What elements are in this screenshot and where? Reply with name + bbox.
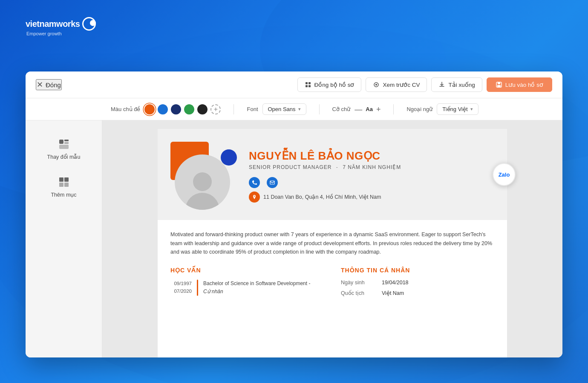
fontsize-increase-button[interactable]: + [376,106,381,113]
svg-rect-20 [270,181,274,184]
sync-button[interactable]: Đồng bộ hồ sơ [297,77,362,92]
preview-label: Xem trước CV [383,81,420,88]
sidebar-item-change-template[interactable]: Thay đổi mẫu [40,133,87,164]
avatar-head [193,172,212,191]
logo-name: vietnamworks [26,19,80,29]
fontsize-value: Aa [366,106,373,112]
svg-rect-19 [64,183,69,187]
lang-group: Ngoại ngữ Tiếng Việt ▾ [406,103,478,115]
change-template-label: Thay đổi mẫu [47,154,81,160]
edu-end-date: 07/2020 [174,287,192,295]
color-add-button[interactable]: + [210,104,221,114]
color-green[interactable] [184,104,194,114]
avatar-dot [221,149,237,166]
cv-experience: 7 NĂM KINH NGHIỆM [343,164,401,170]
education-item: 09/1997 07/2020 Bachelor of Science in S… [170,280,324,296]
add-section-label: Thêm mục [51,192,76,198]
sync-icon [305,81,311,88]
svg-point-8 [375,84,377,86]
cv-address: 11 Doan Van Bo, Quận 4, Hồ Chí Minh, Việ… [263,194,381,200]
preview-button[interactable]: Xem trước CV [366,77,427,92]
color-group: Màu chủ đề + [111,104,221,114]
save-button[interactable]: Lưu vào hồ sơ [487,77,552,92]
svg-rect-15 [59,145,69,149]
preview-icon [373,81,380,88]
fontsize-decrease-button[interactable]: — [355,106,362,113]
personal-title: THÔNG TIN CÁ NHÂN [341,267,494,274]
edu-desc: Bachelor of Science in Software Developm… [203,280,310,286]
cv-phone-item [249,177,260,188]
cv-body: Motivated and forward-thinking product o… [158,220,507,309]
divider-3 [393,104,394,114]
cv-content[interactable]: NGUYỄN LÊ BẢO NGỌC SENIOR PRODUCT MANAGE… [102,120,562,357]
personal-info-table: Ngày sinh 19/04/2018 Quốc tịch Việt Nam [341,280,494,296]
lang-value: Tiếng Việt [442,106,467,112]
svg-rect-17 [64,177,69,182]
svg-rect-6 [308,85,311,87]
svg-rect-16 [59,177,63,182]
lang-chevron-icon: ▾ [470,106,473,112]
education-content: Bachelor of Science in Software Developm… [203,280,324,296]
info-row-nationality: Quốc tịch Việt Nam [341,290,494,296]
divider-2 [319,104,320,114]
color-blue[interactable] [158,104,168,114]
toolbar: ✕ Đóng Đồng bộ hồ sơ [26,71,562,98]
color-navy[interactable] [171,104,181,114]
font-value: Open Sans [268,106,296,112]
nationality-key: Quốc tịch [341,290,375,296]
save-label: Lưu vào hồ sơ [505,81,543,88]
fontsize-ctrl: — Aa + [355,106,380,113]
grid-icon [57,175,71,189]
svg-rect-14 [64,142,69,144]
font-label: Font [247,106,258,112]
color-orange[interactable] [144,104,155,114]
zalo-button[interactable]: Zalo [493,163,516,186]
sidebar-item-add-section[interactable]: Thêm mục [44,171,83,202]
cv-title-dot: - [336,164,338,170]
info-row-birthday: Ngày sinh 19/04/2018 [341,280,494,286]
color-black[interactable] [197,104,208,114]
birthday-key: Ngày sinh [341,280,375,286]
nationality-val: Việt Nam [382,290,404,296]
lang-label: Ngoại ngữ [406,106,432,112]
left-sidebar: Thay đổi mẫu Thêm mục [26,120,102,357]
close-label: Đóng [46,81,61,89]
font-select[interactable]: Open Sans ▾ [262,103,306,115]
cv-email-item [267,177,278,188]
cv-col-personal: THÔNG TIN CÁ NHÂN Ngày sinh 19/04/2018 Q… [341,267,494,299]
cv-columns: HỌC VẤN 09/1997 07/2020 Bachelor of Scie… [170,267,494,299]
cv-contact-row-1 [249,177,494,188]
avatar-circle [175,154,230,210]
download-button[interactable]: Tải xuống [431,77,482,92]
toolbar-right: Đồng bộ hồ sơ Xem trước CV Tải xuống [297,77,552,92]
sync-label: Đồng bộ hồ sơ [314,81,355,88]
edu-start-date: 09/1997 [174,280,192,287]
cv-contact-row-2: 11 Doan Van Bo, Quận 4, Hồ Chí Minh, Việ… [249,192,494,203]
logo-icon [82,17,96,31]
cv-paper: NGUYỄN LÊ BẢO NGỌC SENIOR PRODUCT MANAGE… [158,129,507,357]
cv-name: NGUYỄN LÊ BẢO NGỌC [249,149,494,163]
cv-header: NGUYỄN LÊ BẢO NGỌC SENIOR PRODUCT MANAGE… [158,129,507,220]
svg-rect-13 [64,140,69,141]
toolbar-left: ✕ Đóng [36,79,62,90]
timeline-bar [197,280,198,296]
svg-point-21 [254,195,255,196]
logo-subtext: Empower growth [26,31,96,36]
email-icon [267,177,278,188]
font-group: Font Open Sans ▾ [247,103,306,115]
svg-rect-11 [497,85,501,87]
close-button[interactable]: ✕ Đóng [36,79,62,90]
lang-select[interactable]: Tiếng Việt ▾ [437,103,478,115]
color-label: Màu chủ đề [111,106,140,112]
svg-rect-5 [306,85,308,87]
education-title: HỌC VẤN [170,267,324,274]
edu-subdesc: Cử nhân [203,289,223,294]
phone-icon [249,177,260,188]
education-dates: 09/1997 07/2020 [170,280,192,296]
body-area: Thay đổi mẫu Thêm mục [26,120,562,357]
svg-rect-4 [308,82,311,84]
divider-1 [233,104,234,114]
color-dots: + [144,104,221,114]
svg-rect-18 [59,183,63,187]
download-label: Tải xuống [448,81,475,88]
